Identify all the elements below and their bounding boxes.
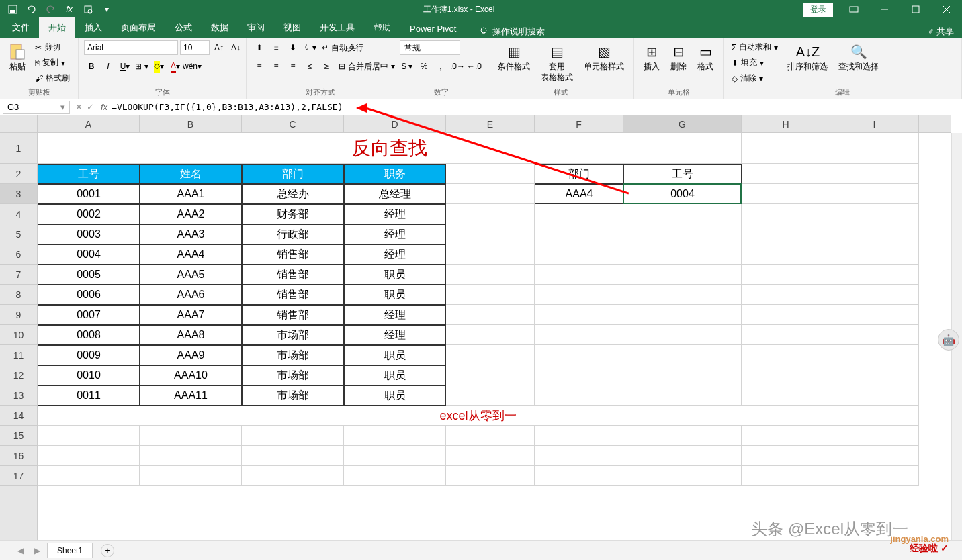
cell[interactable] xyxy=(446,285,535,305)
row-header-12[interactable]: 12 xyxy=(0,365,37,385)
cell[interactable]: 工号 xyxy=(623,164,742,184)
cell[interactable]: 市场部 xyxy=(242,345,344,365)
cell[interactable] xyxy=(535,365,623,385)
col-header-B[interactable]: B xyxy=(140,115,242,132)
cell[interactable]: AAA3 xyxy=(140,224,242,244)
cell[interactable] xyxy=(623,426,742,446)
font-size-select[interactable] xyxy=(180,40,210,55)
cell[interactable]: AAA10 xyxy=(140,365,242,385)
ribbon-tab-9[interactable]: 帮助 xyxy=(364,17,400,38)
cell[interactable] xyxy=(242,426,344,446)
save-button[interactable] xyxy=(5,2,20,17)
ribbon-tab-10[interactable]: Power Pivot xyxy=(400,19,466,38)
fx-icon[interactable]: fx xyxy=(97,102,112,112)
row-header-15[interactable]: 15 xyxy=(0,426,37,446)
cell[interactable] xyxy=(446,184,535,204)
print-preview-button[interactable] xyxy=(81,2,95,17)
orientation-button[interactable]: ⤹ ▾ xyxy=(302,40,317,55)
cell[interactable] xyxy=(623,365,742,385)
cell[interactable] xyxy=(446,426,535,446)
cell[interactable]: 工号 xyxy=(38,164,140,184)
cell[interactable] xyxy=(623,446,742,466)
cell[interactable] xyxy=(446,345,535,365)
select-all-corner[interactable] xyxy=(0,115,38,133)
cell[interactable]: 反向查找 xyxy=(38,133,742,164)
cell[interactable]: 经理 xyxy=(344,244,446,265)
format-cells-button[interactable]: ▭格式 xyxy=(693,40,717,75)
wrap-text-button[interactable]: ↵自动换行 xyxy=(319,41,366,55)
align-top-button[interactable]: ⬆ xyxy=(252,40,267,55)
row-header-10[interactable]: 10 xyxy=(0,325,37,345)
insert-cells-button[interactable]: ⊞插入 xyxy=(640,40,664,75)
cell[interactable] xyxy=(830,446,919,466)
autosum-button[interactable]: Σ自动求和 ▾ xyxy=(729,40,781,54)
undo-button[interactable] xyxy=(24,2,39,17)
fx-qat-icon[interactable]: fx xyxy=(62,2,77,17)
cells-grid[interactable]: 反向查找工号姓名部门职务部门工号AAA400040001AAA1总经办总经理00… xyxy=(38,133,951,540)
cut-button[interactable]: ✂剪切 xyxy=(32,40,73,54)
cancel-formula-button[interactable]: ✕ xyxy=(75,102,83,112)
currency-button[interactable]: $ ▾ xyxy=(400,59,414,74)
row-header-3[interactable]: 3 xyxy=(0,184,37,204)
ribbon-tab-4[interactable]: 公式 xyxy=(165,17,202,38)
cell[interactable] xyxy=(623,385,742,406)
cell[interactable]: 销售部 xyxy=(242,285,344,305)
cell[interactable]: 0004 xyxy=(623,184,742,204)
font-name-select[interactable] xyxy=(84,40,178,55)
sort-filter-button[interactable]: A↓Z排序和筛选 xyxy=(783,40,832,75)
fill-color-button[interactable]: ◇ ▾ xyxy=(151,59,166,74)
cell[interactable] xyxy=(742,224,830,244)
format-as-table-button[interactable]: ▤套用 表格格式 xyxy=(537,40,577,85)
cell[interactable]: AAA2 xyxy=(140,204,242,224)
cell[interactable] xyxy=(830,385,919,406)
cell[interactable] xyxy=(446,325,535,345)
cell[interactable]: 经理 xyxy=(344,224,446,244)
ribbon-tab-8[interactable]: 开发工具 xyxy=(310,17,364,38)
cell[interactable] xyxy=(830,164,919,184)
sheet-nav-next[interactable]: ▶ xyxy=(30,546,44,555)
maximize-button[interactable] xyxy=(900,0,931,19)
close-button[interactable] xyxy=(931,0,962,19)
italic-button[interactable]: I xyxy=(101,59,116,74)
cell[interactable] xyxy=(830,265,919,285)
cell[interactable] xyxy=(830,426,919,446)
cell[interactable] xyxy=(140,426,242,446)
comma-button[interactable]: , xyxy=(433,59,448,74)
cell[interactable]: AAA7 xyxy=(140,305,242,325)
find-select-button[interactable]: 🔍查找和选择 xyxy=(834,40,883,75)
cell[interactable] xyxy=(742,164,830,184)
sheet-nav-prev[interactable]: ◀ xyxy=(13,546,28,555)
bold-button[interactable]: B xyxy=(84,59,99,74)
ribbon-tab-6[interactable]: 审阅 xyxy=(238,17,274,38)
cell[interactable] xyxy=(830,466,919,486)
cell[interactable] xyxy=(623,466,742,486)
minimize-button[interactable] xyxy=(869,0,900,19)
decrease-decimal-button[interactable]: ←.0 xyxy=(467,59,482,74)
cell[interactable] xyxy=(140,446,242,466)
indent-dec-button[interactable]: ≤ xyxy=(302,59,317,74)
col-header-I[interactable]: I xyxy=(830,115,919,132)
ribbon-tab-3[interactable]: 页面布局 xyxy=(112,17,165,38)
cell[interactable] xyxy=(535,325,623,345)
row-header-8[interactable]: 8 xyxy=(0,285,37,305)
delete-cells-button[interactable]: ⊟删除 xyxy=(666,40,691,75)
increase-decimal-button[interactable]: .0→ xyxy=(450,59,465,74)
cell[interactable]: 0007 xyxy=(38,305,140,325)
row-header-14[interactable]: 14 xyxy=(0,406,37,426)
formula-input[interactable] xyxy=(112,101,962,114)
cell[interactable] xyxy=(742,385,830,406)
row-header-17[interactable]: 17 xyxy=(0,466,37,486)
cell[interactable] xyxy=(535,345,623,365)
cell[interactable] xyxy=(446,305,535,325)
add-sheet-button[interactable]: + xyxy=(101,544,114,557)
cell[interactable] xyxy=(623,305,742,325)
copy-button[interactable]: ⎘复制 ▾ xyxy=(32,56,73,70)
cell[interactable]: 职员 xyxy=(344,345,446,365)
row-header-13[interactable]: 13 xyxy=(0,385,37,406)
cell[interactable]: 部门 xyxy=(242,164,344,184)
cell[interactable]: 销售部 xyxy=(242,265,344,285)
row-header-11[interactable]: 11 xyxy=(0,345,37,365)
login-button[interactable]: 登录 xyxy=(803,3,833,17)
percent-button[interactable]: % xyxy=(417,59,431,74)
format-painter-button[interactable]: 🖌格式刷 xyxy=(32,71,73,85)
